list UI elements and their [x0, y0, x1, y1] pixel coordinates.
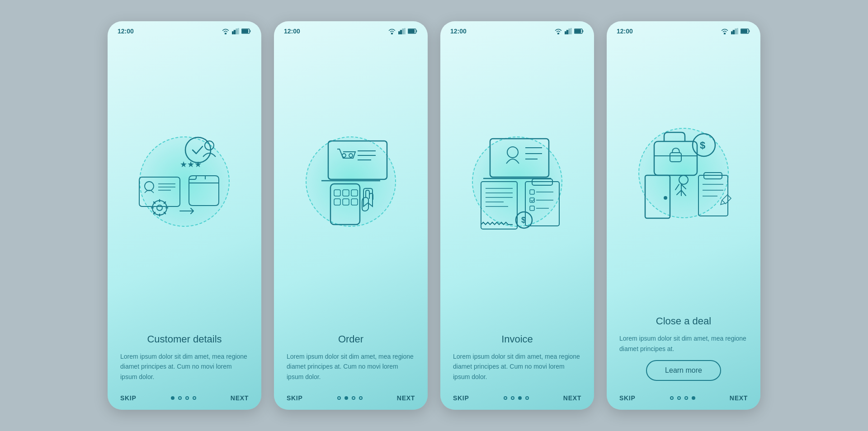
skip-button-4[interactable]: SKIP [619, 394, 635, 402]
svg-rect-86 [698, 175, 728, 216]
dot-4-4 [692, 396, 695, 400]
battery-icon [241, 28, 251, 34]
screen-body-2: Lorem ipsum dolor sit dim amet, mea regi… [287, 351, 415, 382]
status-icons-4 [721, 28, 750, 34]
status-bar-4: 12:00 [607, 21, 760, 37]
dot-1-3 [185, 396, 189, 400]
svg-rect-0 [232, 32, 233, 34]
dot-3-3 [518, 396, 522, 400]
svg-point-52 [507, 147, 518, 158]
svg-rect-47 [571, 28, 572, 34]
nav-dots-1 [171, 396, 196, 400]
screen-customer-details: 12:00 [108, 21, 261, 410]
content-2: Order Lorem ipsum dolor sit dim amet, me… [274, 326, 428, 388]
time-3: 12:00 [450, 28, 467, 35]
svg-point-85 [679, 175, 688, 184]
wifi-icon-4 [721, 28, 729, 34]
nav-bar-1: SKIP NEXT [108, 388, 261, 410]
nav-bar-2: SKIP NEXT [274, 388, 428, 410]
svg-rect-27 [405, 28, 406, 34]
illustration-3: $ [440, 37, 594, 326]
dot-2-2 [344, 396, 348, 400]
svg-rect-1 [234, 30, 236, 34]
skip-button-1[interactable]: SKIP [120, 394, 136, 402]
order-illustration [292, 132, 410, 231]
next-button-3[interactable]: NEXT [563, 394, 581, 402]
status-icons-1 [222, 28, 251, 34]
screen-title-1: Customer details [120, 333, 249, 345]
wifi-icon-3 [554, 28, 562, 34]
svg-rect-62 [525, 182, 559, 226]
svg-rect-64 [530, 190, 534, 194]
svg-rect-43 [351, 199, 358, 205]
dot-4-1 [670, 396, 674, 400]
svg-point-6 [185, 137, 211, 163]
screen-title-4: Close a deal [619, 315, 748, 327]
svg-rect-42 [343, 199, 349, 205]
nav-bar-4: SKIP NEXT [607, 388, 760, 410]
screen-body-1: Lorem ipsum dolor sit dim amet, mea regi… [120, 351, 249, 382]
illustration-1: ★★★ [108, 37, 261, 326]
nav-dots-3 [504, 396, 529, 400]
status-bar-3: 12:00 [440, 21, 594, 37]
screen-invoice: 12:00 [440, 21, 594, 410]
svg-rect-41 [334, 199, 340, 205]
svg-rect-39 [343, 190, 349, 196]
svg-rect-50 [490, 139, 549, 177]
skip-button-3[interactable]: SKIP [453, 394, 469, 402]
svg-rect-44 [565, 32, 566, 34]
svg-rect-24 [398, 32, 400, 34]
svg-point-10 [145, 182, 154, 191]
svg-rect-45 [567, 30, 568, 34]
signal-icon [232, 28, 239, 34]
dot-1-2 [178, 396, 182, 400]
svg-text:★★★: ★★★ [180, 160, 202, 169]
svg-rect-3 [238, 28, 240, 34]
svg-rect-68 [530, 206, 534, 211]
dot-4-3 [684, 396, 688, 400]
battery-icon-2 [408, 28, 418, 34]
nav-dots-2 [337, 396, 363, 400]
svg-rect-26 [402, 29, 404, 34]
time-2: 12:00 [284, 28, 300, 35]
screen-order: 12:00 [274, 21, 428, 410]
dot-2-3 [352, 396, 355, 400]
signal-icon-4 [731, 28, 738, 34]
status-bar-1: 12:00 [108, 21, 261, 37]
svg-rect-46 [569, 29, 570, 34]
content-4: Close a deal Lorem ipsum dolor sit dim a… [607, 308, 760, 388]
content-1: Customer details Lorem ipsum dolor sit d… [108, 326, 261, 388]
svg-rect-2 [236, 29, 237, 34]
learn-more-button[interactable]: Learn more [646, 360, 721, 381]
wifi-icon-2 [388, 28, 396, 34]
screens-container: 12:00 [108, 21, 760, 410]
status-bar-2: 12:00 [274, 21, 428, 37]
battery-icon-3 [574, 28, 584, 34]
svg-rect-49 [575, 30, 581, 33]
svg-rect-75 [737, 28, 739, 34]
dot-2-1 [337, 396, 341, 400]
svg-rect-29 [409, 30, 415, 33]
status-icons-2 [388, 28, 418, 34]
illustration-4: $ [607, 37, 760, 308]
svg-rect-5 [242, 30, 248, 33]
next-button-1[interactable]: NEXT [231, 394, 249, 402]
svg-text:$: $ [521, 216, 526, 225]
screen-body-4: Lorem ipsum dolor sit dim amet, mea regi… [619, 333, 748, 354]
next-button-4[interactable]: NEXT [730, 394, 748, 402]
skip-button-2[interactable]: SKIP [287, 394, 302, 402]
illustration-2 [274, 37, 428, 326]
svg-point-84 [664, 196, 667, 200]
dot-1-1 [171, 396, 175, 400]
dot-2-4 [359, 396, 363, 400]
svg-point-33 [349, 154, 353, 157]
svg-rect-40 [351, 190, 358, 196]
svg-rect-78 [654, 141, 697, 175]
nav-dots-4 [670, 396, 695, 400]
invoice-illustration: $ [458, 132, 576, 231]
svg-point-15 [157, 205, 162, 211]
next-button-2[interactable]: NEXT [397, 394, 415, 402]
svg-rect-73 [733, 30, 735, 34]
dot-3-4 [525, 396, 529, 400]
time-4: 12:00 [617, 28, 633, 35]
